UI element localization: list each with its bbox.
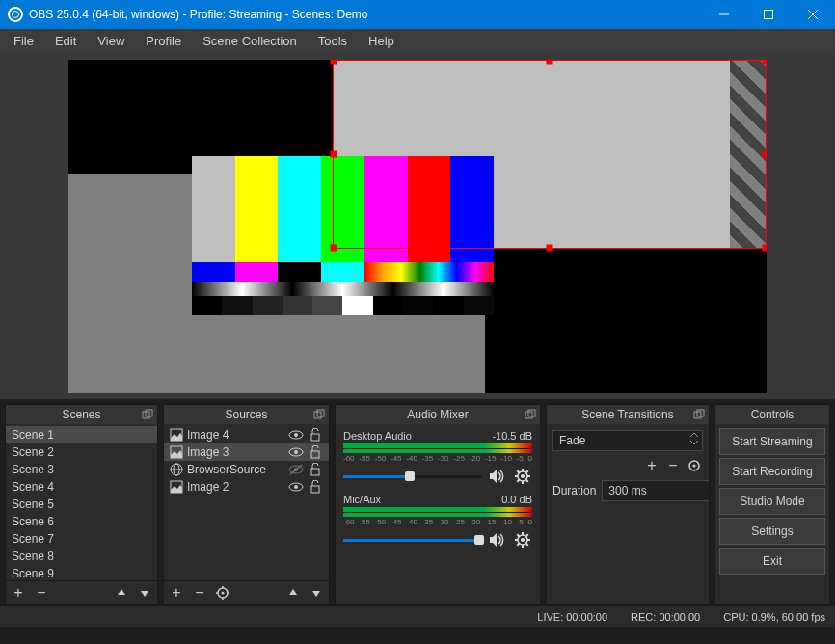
remove-transition-button[interactable]: − bbox=[664, 457, 682, 474]
scene-item[interactable]: Scene 2 bbox=[6, 443, 157, 461]
panels-row: Scenes Scene 1Scene 2Scene 3Scene 4Scene… bbox=[0, 399, 835, 605]
visibility-toggle[interactable] bbox=[288, 480, 304, 494]
resize-handle-w[interactable] bbox=[331, 151, 337, 158]
menubar: File Edit View Profile Scene Collection … bbox=[0, 29, 835, 52]
scene-item[interactable]: Scene 7 bbox=[6, 530, 157, 548]
mixer-header: Audio Mixer bbox=[336, 405, 540, 424]
channel-db: 0.0 dB bbox=[501, 494, 532, 505]
minimize-button[interactable] bbox=[702, 0, 746, 29]
resize-handle-nw[interactable] bbox=[331, 60, 337, 65]
move-source-down-button[interactable] bbox=[308, 584, 325, 602]
lock-toggle[interactable] bbox=[308, 463, 323, 476]
resize-handle-n[interactable] bbox=[547, 60, 553, 65]
svg-point-58 bbox=[693, 465, 696, 468]
lock-toggle[interactable] bbox=[308, 445, 323, 459]
resize-handle-e[interactable] bbox=[763, 151, 768, 158]
control-button-exit[interactable]: Exit bbox=[719, 548, 825, 575]
source-item[interactable]: Image 3 bbox=[164, 443, 329, 461]
transitions-header: Scene Transitions bbox=[547, 405, 709, 424]
menu-scene-collection[interactable]: Scene Collection bbox=[193, 32, 307, 50]
svg-point-28 bbox=[222, 592, 225, 595]
source-item[interactable]: Image 2 bbox=[164, 478, 329, 496]
controls-header: Controls bbox=[715, 405, 829, 424]
status-rec: REC: 00:00:00 bbox=[631, 611, 700, 623]
menu-tools[interactable]: Tools bbox=[309, 32, 357, 50]
volume-slider[interactable] bbox=[343, 532, 482, 548]
scene-item[interactable]: Scene 6 bbox=[6, 513, 157, 530]
resize-handle-se[interactable] bbox=[763, 245, 768, 252]
audio-mixer-panel: Audio Mixer Desktop Audio-10.5 dB-60-55-… bbox=[335, 404, 541, 605]
control-button-start-streaming[interactable]: Start Streaming bbox=[719, 428, 825, 455]
image-icon bbox=[170, 445, 183, 459]
svg-line-52 bbox=[526, 544, 528, 546]
menu-profile[interactable]: Profile bbox=[136, 32, 191, 50]
svg-line-41 bbox=[517, 470, 519, 472]
sources-list[interactable]: Image 4Image 3BrowserSourceImage 2 bbox=[164, 424, 329, 580]
source-item[interactable]: Image 4 bbox=[164, 426, 329, 443]
svg-line-51 bbox=[517, 534, 519, 536]
menu-file[interactable]: File bbox=[4, 32, 43, 50]
spinner-icon bbox=[690, 433, 698, 447]
sources-panel: Sources Image 4Image 3BrowserSourceImage… bbox=[163, 404, 330, 605]
globe-icon bbox=[170, 463, 183, 476]
scene-item[interactable]: Scene 1 bbox=[6, 426, 157, 443]
close-button[interactable] bbox=[791, 0, 835, 29]
remove-source-button[interactable]: − bbox=[191, 584, 208, 602]
undock-icon[interactable] bbox=[142, 409, 153, 420]
scene-item[interactable]: Scene 5 bbox=[6, 496, 157, 513]
scene-item[interactable]: Scene 8 bbox=[6, 548, 157, 565]
controls-body: Start StreamingStart RecordingStudio Mod… bbox=[715, 424, 829, 604]
source-item[interactable]: BrowserSource bbox=[164, 461, 329, 478]
volume-slider[interactable] bbox=[343, 469, 482, 484]
control-button-settings[interactable]: Settings bbox=[719, 518, 825, 545]
undock-icon[interactable] bbox=[313, 409, 325, 420]
gear-icon[interactable] bbox=[513, 467, 532, 486]
preview-canvas[interactable] bbox=[68, 60, 767, 393]
lock-toggle[interactable] bbox=[308, 480, 323, 494]
control-button-studio-mode[interactable]: Studio Mode bbox=[719, 488, 825, 515]
scene-item[interactable]: Scene 4 bbox=[6, 478, 157, 496]
lock-toggle[interactable] bbox=[308, 428, 323, 442]
source-name: Image 4 bbox=[187, 428, 284, 442]
meter-scale: -60-55-50-45-40-35-30-25-20-15-10-50 bbox=[343, 518, 532, 526]
mixer-channel: Mic/Aux0.0 dB-60-55-50-45-40-35-30-25-20… bbox=[336, 490, 540, 553]
menu-help[interactable]: Help bbox=[359, 32, 404, 50]
gear-icon[interactable] bbox=[513, 530, 532, 550]
add-transition-button[interactable]: + bbox=[643, 457, 660, 474]
visibility-toggle[interactable] bbox=[288, 445, 304, 459]
maximize-button[interactable] bbox=[746, 0, 791, 29]
resize-handle-s[interactable] bbox=[547, 245, 553, 252]
visibility-toggle[interactable] bbox=[288, 428, 304, 442]
svg-point-36 bbox=[521, 474, 525, 478]
statusbar: LIVE: 00:00:00 REC: 00:00:00 CPU: 0.9%, … bbox=[0, 605, 835, 627]
menu-edit[interactable]: Edit bbox=[45, 32, 86, 50]
control-button-start-recording[interactable]: Start Recording bbox=[719, 458, 825, 485]
preview-area bbox=[0, 52, 835, 399]
move-scene-down-button[interactable] bbox=[136, 584, 153, 602]
scene-item[interactable]: Scene 9 bbox=[6, 565, 157, 580]
source-name: Image 2 bbox=[187, 480, 284, 494]
transition-select[interactable]: Fade bbox=[552, 430, 703, 451]
resize-handle-ne[interactable] bbox=[763, 60, 768, 65]
resize-handle-sw[interactable] bbox=[331, 245, 337, 252]
scene-item[interactable]: Scene 3 bbox=[6, 461, 157, 478]
visibility-toggle[interactable] bbox=[288, 463, 304, 476]
channel-name: Mic/Aux bbox=[343, 494, 381, 505]
status-live: LIVE: 00:00:00 bbox=[537, 611, 607, 623]
remove-scene-button[interactable]: − bbox=[33, 584, 50, 602]
speaker-icon[interactable] bbox=[488, 467, 507, 486]
move-scene-up-button[interactable] bbox=[113, 584, 130, 602]
selection-box[interactable] bbox=[333, 60, 767, 249]
add-scene-button[interactable]: + bbox=[10, 584, 27, 602]
scenes-list[interactable]: Scene 1Scene 2Scene 3Scene 4Scene 5Scene… bbox=[6, 424, 157, 580]
menu-view[interactable]: View bbox=[88, 32, 134, 50]
source-properties-button[interactable] bbox=[214, 584, 231, 602]
undock-icon[interactable] bbox=[525, 409, 536, 420]
duration-input[interactable] bbox=[602, 480, 709, 501]
undock-icon[interactable] bbox=[693, 409, 705, 420]
move-source-up-button[interactable] bbox=[284, 584, 302, 602]
svg-line-44 bbox=[517, 480, 519, 482]
speaker-icon[interactable] bbox=[488, 530, 507, 550]
transition-properties-button[interactable] bbox=[686, 457, 703, 474]
add-source-button[interactable]: + bbox=[168, 584, 185, 602]
